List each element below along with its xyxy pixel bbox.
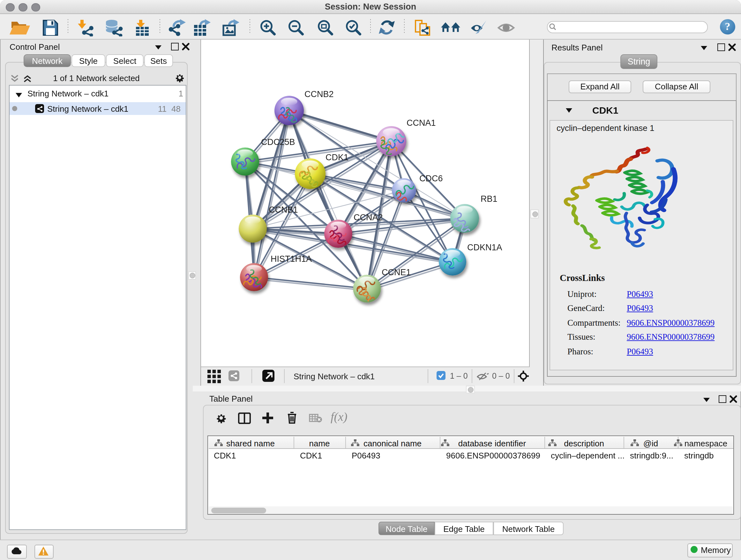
svg-text:CCNB1: CCNB1: [269, 205, 298, 214]
svg-text:CCNB2: CCNB2: [305, 89, 334, 99]
svg-text:RB1: RB1: [481, 194, 497, 204]
svg-text:CDKN1A: CDKN1A: [467, 243, 502, 252]
svg-text:CDK1: CDK1: [326, 152, 348, 162]
svg-text:CCNA1: CCNA1: [407, 118, 436, 128]
svg-text:CCNA2: CCNA2: [354, 212, 383, 222]
svg-text:CDC6: CDC6: [419, 174, 443, 183]
svg-text:HIST1H1A: HIST1H1A: [271, 254, 312, 264]
svg-text:CDC25B: CDC25B: [261, 137, 295, 147]
svg-text:CCNE1: CCNE1: [382, 267, 411, 277]
